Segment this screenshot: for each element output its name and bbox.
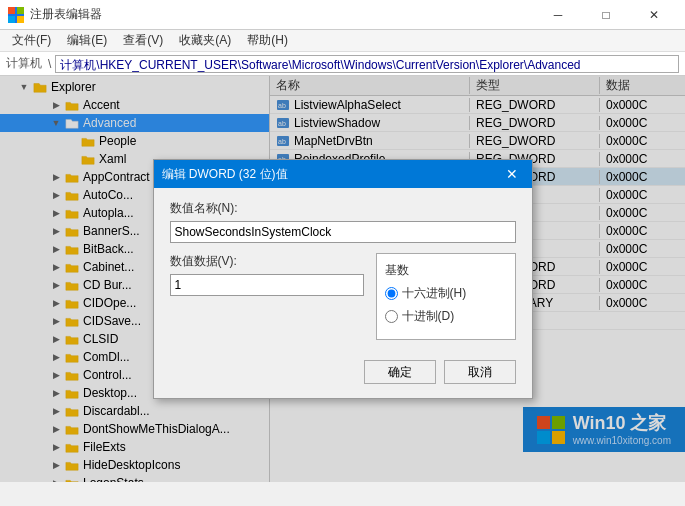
dialog-footer: 确定 取消 [154, 352, 532, 398]
radio-dec-input[interactable] [385, 310, 398, 323]
menu-view[interactable]: 查看(V) [115, 30, 171, 51]
main-area: ▼ Explorer ▶ Accent ▼ [0, 76, 685, 482]
minimize-button[interactable]: ─ [535, 0, 581, 30]
edit-dword-dialog: 编辑 DWORD (32 位)值 ✕ 数值名称(N): 数值数据(V): 基数 [153, 159, 533, 399]
address-path[interactable]: 计算机\HKEY_CURRENT_USER\Software\Microsoft… [55, 55, 679, 73]
close-button[interactable]: ✕ [631, 0, 677, 30]
radio-dec[interactable]: 十进制(D) [385, 308, 507, 325]
dialog-title-text: 编辑 DWORD (32 位)值 [162, 166, 500, 183]
dialog-left: 数值数据(V): [170, 253, 364, 340]
svg-rect-1 [17, 7, 24, 14]
title-bar: 注册表编辑器 ─ □ ✕ [0, 0, 685, 30]
maximize-button[interactable]: □ [583, 0, 629, 30]
svg-rect-0 [8, 7, 15, 14]
dialog-base-label: 基数 [385, 262, 507, 279]
dialog-close-button[interactable]: ✕ [500, 163, 524, 185]
dialog-overlay: 编辑 DWORD (32 位)值 ✕ 数值名称(N): 数值数据(V): 基数 [0, 76, 685, 482]
address-bar: 计算机 \ 计算机\HKEY_CURRENT_USER\Software\Mic… [0, 52, 685, 76]
radio-hex[interactable]: 十六进制(H) [385, 285, 507, 302]
window-title: 注册表编辑器 [30, 6, 535, 23]
dialog-name-label: 数值名称(N): [170, 200, 516, 217]
dialog-data-input[interactable] [170, 274, 364, 296]
dialog-title-bar: 编辑 DWORD (32 位)值 ✕ [154, 160, 532, 188]
menu-help[interactable]: 帮助(H) [239, 30, 296, 51]
dialog-name-input[interactable] [170, 221, 516, 243]
cancel-button[interactable]: 取消 [444, 360, 516, 384]
svg-rect-2 [8, 16, 15, 23]
menu-bar: 文件(F) 编辑(E) 查看(V) 收藏夹(A) 帮助(H) [0, 30, 685, 52]
window-controls: ─ □ ✕ [535, 0, 677, 30]
dialog-base-panel: 基数 十六进制(H) 十进制(D) [376, 253, 516, 340]
menu-file[interactable]: 文件(F) [4, 30, 59, 51]
menu-favorites[interactable]: 收藏夹(A) [171, 30, 239, 51]
address-label: 计算机 [6, 55, 42, 72]
app-icon [8, 7, 24, 23]
dialog-row: 数值数据(V): 基数 十六进制(H) 十进制(D) [170, 253, 516, 340]
ok-button[interactable]: 确定 [364, 360, 436, 384]
menu-edit[interactable]: 编辑(E) [59, 30, 115, 51]
dialog-body: 数值名称(N): 数值数据(V): 基数 十六进制(H) [154, 188, 532, 352]
svg-rect-3 [17, 16, 24, 23]
radio-hex-input[interactable] [385, 287, 398, 300]
dialog-data-label: 数值数据(V): [170, 253, 364, 270]
